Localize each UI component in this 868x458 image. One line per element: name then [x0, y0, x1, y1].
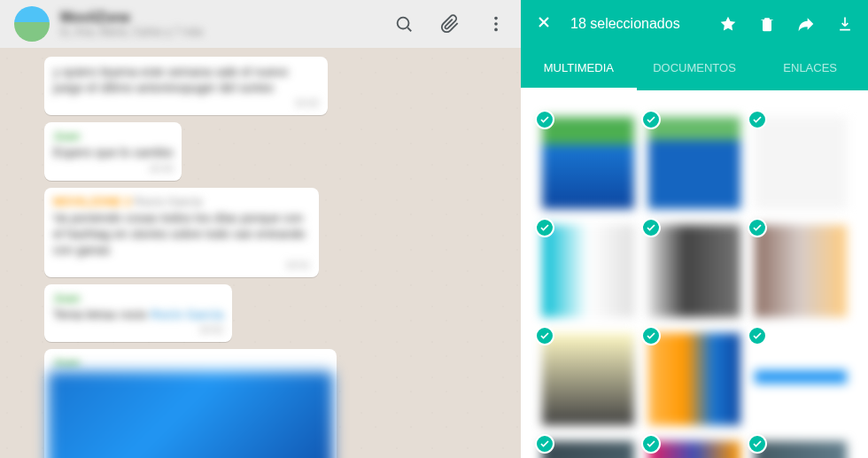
check-icon [535, 326, 554, 345]
media-item[interactable] [755, 441, 847, 458]
search-icon[interactable] [393, 13, 415, 35]
media-thumbnail[interactable] [542, 333, 634, 425]
message-time: 10:52 [53, 324, 223, 335]
media-selection-header: 18 seleccionados [521, 0, 868, 48]
media-thumbnail[interactable] [542, 117, 634, 209]
media-item[interactable] [755, 117, 847, 209]
selection-actions [719, 15, 854, 33]
check-icon [748, 434, 767, 454]
selection-count: 18 seleccionados [570, 16, 719, 32]
media-item[interactable] [648, 441, 740, 458]
message-text: Va poniendo cosas todos los días porque … [53, 210, 310, 259]
media-item[interactable] [542, 225, 634, 317]
check-icon [748, 326, 767, 345]
message-sender: Juan [53, 291, 223, 305]
message-time: 10:42 [53, 97, 319, 108]
message-bubble[interactable]: MOVILZONE 2 Rocío García Va poniendo cos… [44, 188, 319, 278]
media-item[interactable] [542, 117, 634, 209]
check-icon [535, 434, 554, 454]
check-icon [535, 218, 554, 237]
check-icon [748, 218, 767, 237]
message-sender: MOVILZONE 2 Rocío García [53, 195, 310, 208]
message-text: Espero que lo cambio [53, 144, 173, 160]
media-thumbnail[interactable] [755, 117, 847, 209]
media-item[interactable] [542, 333, 634, 425]
download-icon[interactable] [836, 15, 854, 33]
check-icon [641, 110, 661, 129]
message-sender: Juan [53, 129, 173, 143]
chat-title: MovilZone [60, 10, 393, 26]
media-thumbnail[interactable] [648, 333, 740, 425]
check-icon [641, 326, 661, 345]
media-item[interactable] [755, 333, 847, 425]
media-grid[interactable] [521, 90, 868, 458]
chat-avatar[interactable] [14, 6, 50, 42]
media-thumbnail[interactable] [755, 333, 847, 425]
message-time: 10:51 [53, 260, 310, 270]
forward-icon[interactable] [797, 15, 815, 33]
message-bubble[interactable]: Juan Tenia letras rocio Rocío García 10:… [44, 284, 232, 342]
check-icon [641, 434, 661, 454]
svg-line-1 [407, 27, 411, 31]
media-panel: 18 seleccionados MULTIMEDIA DOCUMENTOS E… [521, 0, 868, 458]
media-thumbnail[interactable] [755, 441, 847, 458]
check-icon [748, 110, 767, 129]
chat-subtitle: tú, Ana, María, Carlos y 7 más [60, 26, 393, 38]
check-icon [535, 110, 554, 129]
media-thumbnail[interactable] [648, 225, 740, 317]
message-sender: Juan [48, 353, 333, 369]
chat-info[interactable]: MovilZone tú, Ana, María, Carlos y 7 más [60, 10, 393, 38]
message-bubble[interactable]: Juan Espero que lo cambio 10:43 [44, 122, 182, 180]
delete-icon[interactable] [758, 15, 776, 33]
media-item[interactable] [648, 117, 740, 209]
check-icon [641, 218, 661, 237]
message-image-bubble[interactable]: Juan [44, 349, 337, 458]
media-item[interactable] [648, 333, 740, 425]
chat-body[interactable]: y quiero leyena este semana sale el nuev… [0, 48, 521, 458]
svg-point-4 [494, 28, 498, 32]
svg-point-0 [398, 18, 409, 29]
media-thumbnail[interactable] [755, 225, 847, 317]
media-tabs: MULTIMEDIA DOCUMENTOS ENLACES [521, 48, 868, 90]
media-thumbnail[interactable] [648, 441, 740, 458]
chat-panel: MovilZone tú, Ana, María, Carlos y 7 más… [0, 0, 521, 458]
menu-icon[interactable] [485, 13, 507, 35]
message-time: 10:43 [53, 163, 173, 174]
message-image[interactable] [48, 371, 333, 458]
media-thumbnail[interactable] [542, 441, 634, 458]
tab-documentos[interactable]: DOCUMENTOS [637, 48, 753, 90]
media-thumbnail[interactable] [648, 117, 740, 209]
header-actions [393, 13, 507, 35]
svg-point-3 [494, 22, 498, 26]
star-icon[interactable] [719, 15, 737, 33]
svg-point-2 [494, 17, 498, 20]
close-icon[interactable] [535, 13, 553, 35]
media-item[interactable] [755, 225, 847, 317]
media-item[interactable] [542, 441, 634, 458]
message-bubble[interactable]: y quiero leyena este semana sale el nuev… [44, 57, 328, 115]
message-text: Tenia letras rocio Rocío García [53, 307, 223, 322]
tab-multimedia[interactable]: MULTIMEDIA [521, 48, 637, 90]
media-item[interactable] [648, 225, 740, 317]
media-thumbnail[interactable] [542, 225, 634, 317]
attach-icon[interactable] [439, 13, 461, 35]
chat-header: MovilZone tú, Ana, María, Carlos y 7 más [0, 0, 521, 48]
message-text: y quiero leyena este semana sale el nuev… [53, 64, 319, 96]
tab-enlaces[interactable]: ENLACES [752, 48, 868, 90]
